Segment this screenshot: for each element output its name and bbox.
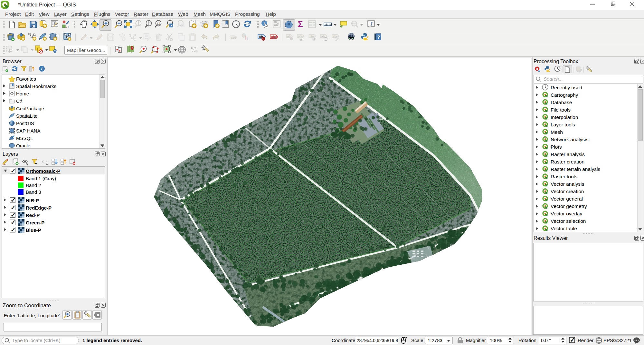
- svg-text:abc: abc: [231, 36, 236, 39]
- svg-text:Vector analysis: Vector analysis: [551, 181, 584, 187]
- svg-text:Vector overlay: Vector overlay: [551, 211, 582, 216]
- svg-text:Favorites: Favorites: [16, 76, 36, 82]
- svg-text:abc: abc: [298, 35, 303, 38]
- svg-text:Cartography: Cartography: [551, 92, 578, 98]
- svg-text:Vector table: Vector table: [551, 226, 577, 231]
- svg-text:Vector general: Vector general: [551, 196, 583, 202]
- svg-text:a: a: [66, 24, 69, 29]
- svg-text:SAP HANA: SAP HANA: [16, 128, 41, 133]
- svg-text:?: ?: [377, 34, 380, 40]
- svg-text:SpatiaLite: SpatiaLite: [16, 113, 38, 119]
- svg-text:Layer tools: Layer tools: [551, 122, 575, 127]
- svg-text:Vector selection: Vector selection: [551, 218, 586, 224]
- svg-text:1:1: 1:1: [156, 22, 161, 25]
- svg-text:Spatial Bookmarks: Spatial Bookmarks: [16, 84, 56, 89]
- svg-text:abc: abc: [271, 35, 277, 39]
- svg-text:Interpolation: Interpolation: [551, 114, 578, 120]
- svg-text:Home: Home: [16, 91, 29, 96]
- svg-text:i: i: [41, 66, 43, 71]
- svg-text:GeoPackage: GeoPackage: [16, 106, 44, 111]
- svg-text:X,Y: X,Y: [191, 46, 196, 50]
- svg-text:Database: Database: [551, 100, 572, 105]
- svg-text:Raster creation: Raster creation: [551, 159, 584, 164]
- svg-text:PostGIS: PostGIS: [16, 121, 34, 126]
- svg-text:i: i: [264, 21, 265, 26]
- svg-text:Raster analysis: Raster analysis: [551, 152, 585, 157]
- svg-text:File tools: File tools: [551, 107, 571, 113]
- svg-text:Mesh: Mesh: [551, 129, 563, 135]
- svg-text:ε: ε: [42, 159, 44, 164]
- svg-text:Recently used: Recently used: [551, 85, 582, 90]
- svg-text:Raster terrain analysis: Raster terrain analysis: [551, 166, 600, 172]
- svg-text:Network analysis: Network analysis: [551, 137, 588, 142]
- svg-text:Raster tools: Raster tools: [551, 174, 577, 179]
- svg-text:T: T: [370, 21, 373, 26]
- svg-text:ab: ab: [287, 35, 291, 38]
- svg-text:MSSQL: MSSQL: [16, 135, 33, 141]
- svg-text:Oracle: Oracle: [16, 143, 30, 148]
- svg-text:Vector creation: Vector creation: [551, 189, 584, 194]
- svg-text:Vector geometry: Vector geometry: [551, 203, 587, 209]
- svg-text:Σ: Σ: [298, 20, 303, 28]
- svg-text:abc: abc: [333, 35, 338, 38]
- svg-text:C:\: C:\: [16, 98, 23, 104]
- svg-text:Plots: Plots: [551, 144, 562, 150]
